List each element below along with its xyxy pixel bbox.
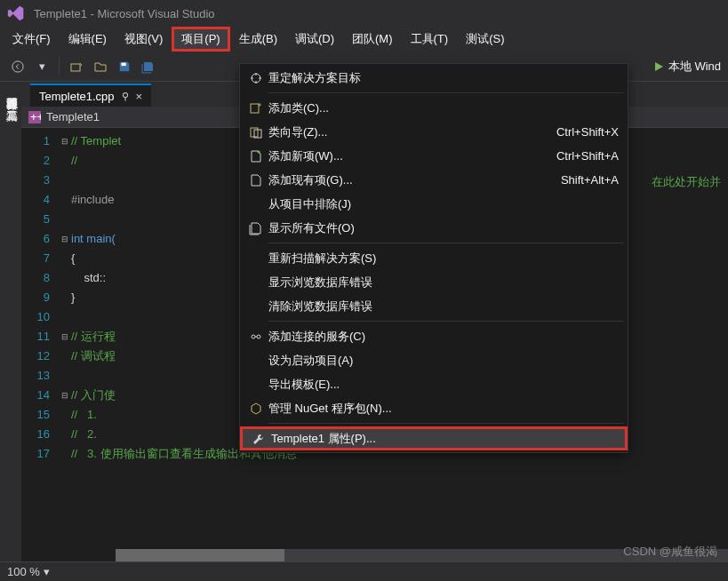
existing-item-icon (244, 173, 268, 187)
svg-text:++: ++ (30, 111, 41, 123)
menu-item[interactable]: 重定解决方案目标 (240, 66, 628, 90)
menu-label: 显示所有文件(O) (268, 220, 601, 236)
menu-测试(S)[interactable]: 测试(S) (457, 28, 513, 51)
show-files-icon (244, 221, 268, 235)
nav-fwd-button[interactable]: ▾ (31, 56, 52, 77)
menu-item[interactable]: 重新扫描解决方案(S) (240, 246, 628, 270)
pin-icon[interactable]: ⚲ (122, 91, 129, 102)
menu-label: 添加现有项(G)... (268, 172, 543, 188)
menu-item[interactable]: 类向导(Z)...Ctrl+Shift+X (240, 120, 628, 144)
menu-item[interactable]: 添加新项(W)...Ctrl+Shift+A (240, 144, 628, 168)
menu-视图(V)[interactable]: 视图(V) (116, 28, 172, 51)
menu-生成(B)[interactable]: 生成(B) (230, 28, 286, 51)
close-icon[interactable]: × (136, 90, 143, 103)
retarget-icon (244, 71, 268, 85)
open-file-icon[interactable] (90, 56, 111, 77)
menu-label: 重新扫描解决方案(S) (268, 251, 601, 267)
nuget-icon (244, 402, 268, 416)
menu-文件(F)[interactable]: 文件(F) (4, 28, 60, 51)
menu-label: 重定解决方案目标 (268, 70, 601, 86)
menu-label: 导出模板(E)... (268, 377, 601, 393)
svg-rect-6 (251, 104, 259, 113)
menu-label: 从项目中排除(J) (268, 196, 601, 212)
menu-item[interactable]: 管理 NuGet 程序包(N)... (240, 396, 628, 420)
menu-label: Templete1 属性(P)... (271, 431, 598, 447)
menu-编辑(E)[interactable]: 编辑(E) (60, 28, 116, 51)
menu-item[interactable]: 显示所有文件(O) (240, 216, 628, 240)
fold-column: ⊟⊟⊟⊟ (59, 128, 71, 561)
cpp-icon: ++ (28, 111, 41, 123)
menu-item[interactable]: Templete1 属性(P)... (240, 426, 628, 450)
left-rail: 服务器资源管理器 工具箱 (0, 82, 21, 561)
menu-调试(D)[interactable]: 调试(D) (286, 28, 343, 51)
new-project-icon[interactable] (66, 56, 87, 77)
menu-item[interactable]: 从项目中排除(J) (240, 192, 628, 216)
window-title: Templete1 - Microsoft Visual Studio (34, 7, 215, 20)
menu-label: 类向导(Z)... (268, 124, 539, 140)
menu-separator (268, 243, 624, 243)
breadcrumb-label: Templete1 (46, 110, 100, 123)
zoom-control[interactable]: 100 % ▾ (7, 565, 50, 578)
nav-back-button[interactable] (7, 56, 28, 77)
new-item-icon (244, 149, 268, 163)
menu-item[interactable]: 添加类(C)... (240, 96, 628, 120)
menu-separator (268, 321, 624, 322)
menu-bar: 文件(F)编辑(E)视图(V)项目(P)生成(B)调试(D)团队(M)工具(T)… (0, 27, 728, 52)
run-local-button[interactable]: 本地 Wind (653, 59, 721, 75)
hint-text: 在此处开始并 (652, 174, 721, 190)
document-tab[interactable]: Templete1.cpp ⚲ × (30, 84, 151, 107)
menu-separator (268, 423, 624, 424)
save-icon[interactable] (114, 56, 135, 77)
zoom-value: 100 % (7, 565, 40, 578)
menu-label: 添加连接的服务(C) (268, 329, 601, 345)
menu-item[interactable]: 清除浏览数据库错误 (240, 294, 628, 318)
scroll-thumb[interactable] (116, 549, 284, 561)
visual-studio-icon (7, 4, 25, 22)
svg-point-10 (257, 335, 260, 338)
tab-label: Templete1.cpp (39, 90, 115, 103)
svg-rect-1 (71, 64, 80, 71)
menu-shortcut: Shift+Alt+A (561, 173, 619, 187)
menu-item[interactable]: 添加连接的服务(C) (240, 324, 628, 348)
menu-label: 添加类(C)... (268, 100, 601, 116)
menu-item[interactable]: 添加现有项(G)...Shift+Alt+A (240, 168, 628, 192)
menu-item[interactable]: 导出模板(E)... (240, 372, 628, 396)
save-all-icon[interactable] (138, 56, 159, 77)
menu-label: 设为启动项目(A) (268, 353, 601, 369)
menu-项目(P)[interactable]: 项目(P) (172, 27, 229, 52)
menu-shortcut: Ctrl+Shift+X (556, 125, 619, 139)
run-label: 本地 Wind (668, 59, 721, 75)
chevron-down-icon: ▾ (44, 565, 50, 578)
menu-separator (268, 92, 624, 93)
menu-item[interactable]: 显示浏览数据库错误 (240, 270, 628, 294)
watermark: CSDN @咸鱼很渴 (623, 544, 717, 560)
title-bar: Templete1 - Microsoft Visual Studio (0, 0, 728, 27)
wrench-icon (246, 432, 271, 446)
play-icon (653, 61, 664, 72)
line-gutter: 1234567891011121314151617 (21, 128, 59, 561)
menu-工具(T)[interactable]: 工具(T) (402, 28, 458, 51)
project-context-menu: 重定解决方案目标添加类(C)...类向导(Z)...Ctrl+Shift+X添加… (239, 63, 628, 453)
menu-label: 添加新项(W)... (268, 148, 539, 164)
menu-label: 管理 NuGet 程序包(N)... (268, 401, 601, 417)
menu-label: 显示浏览数据库错误 (268, 275, 601, 290)
add-class-icon (244, 101, 268, 115)
status-bar: 100 % ▾ (0, 561, 728, 581)
svg-point-9 (252, 335, 255, 338)
menu-团队(M)[interactable]: 团队(M) (343, 28, 402, 51)
menu-label: 清除浏览数据库错误 (268, 298, 601, 314)
wizard-icon (244, 125, 268, 139)
menu-item[interactable]: 设为启动项目(A) (240, 348, 628, 372)
svg-rect-2 (122, 62, 126, 66)
connected-icon (244, 330, 268, 344)
separator (59, 58, 60, 76)
svg-point-0 (12, 60, 23, 71)
menu-shortcut: Ctrl+Shift+A (556, 149, 619, 163)
